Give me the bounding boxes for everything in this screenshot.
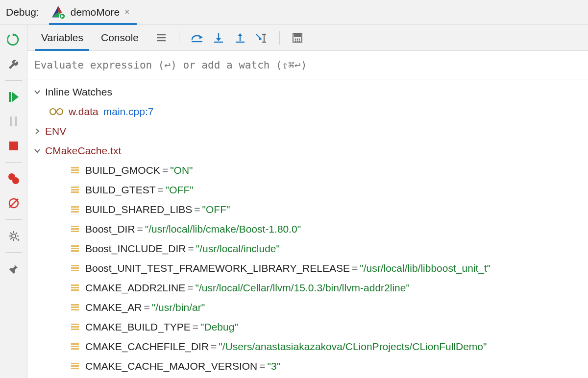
cmake-var-value: ON: [174, 165, 190, 176]
cmake-var-row[interactable]: BUILD_GMOCK = "ON": [27, 161, 588, 180]
show-options-icon[interactable]: [154, 31, 168, 45]
resume-button[interactable]: [5, 89, 22, 105]
svg-line-21: [10, 233, 12, 234]
list-icon: [71, 264, 79, 273]
list-icon: [71, 166, 79, 175]
chevron-down-icon[interactable]: [32, 147, 42, 154]
separator: [279, 31, 280, 45]
cmake-var-value: Debug: [204, 321, 234, 333]
watch-name: w.data: [69, 106, 98, 118]
pause-button[interactable]: [5, 113, 22, 130]
list-icon: [71, 362, 79, 371]
svg-rect-83: [71, 365, 79, 367]
wrench-icon[interactable]: [5, 56, 22, 72]
tab-console[interactable]: Console: [92, 24, 147, 50]
cmake-var-value: /usr/local/Cellar/llvm/15.0.3/bin/llvm-a…: [199, 282, 406, 294]
svg-point-45: [299, 38, 300, 40]
svg-rect-7: [9, 92, 11, 102]
env-node[interactable]: ENV: [27, 121, 588, 141]
chevron-right-icon[interactable]: [32, 128, 42, 135]
cmake-var-row[interactable]: BUILD_GTEST = "OFF": [27, 180, 588, 200]
equals-sign: =: [187, 282, 193, 294]
evaluate-expression-input[interactable]: [33, 59, 588, 71]
svg-line-24: [16, 233, 17, 234]
cmake-var-key: BUILD_SHARED_LIBS: [85, 204, 192, 215]
equals-sign: =: [144, 302, 150, 313]
debug-header: Debug: demoMore ×: [0, 0, 588, 24]
step-into-icon[interactable]: [212, 31, 225, 45]
svg-rect-53: [71, 169, 79, 171]
svg-point-47: [297, 40, 298, 42]
list-icon: [71, 244, 79, 253]
run-to-cursor-icon[interactable]: [255, 31, 269, 45]
cmake-var-key: Boost_UNIT_TEST_FRAMEWORK_LIBRARY_RELEAS…: [85, 262, 350, 274]
step-over-icon[interactable]: [190, 31, 204, 45]
svg-rect-74: [71, 307, 79, 308]
tab-active-indicator: [35, 49, 89, 51]
svg-point-50: [57, 109, 63, 115]
cmake-var-value: /usr/local/lib/libboost_unit_t: [364, 262, 487, 274]
svg-rect-55: [71, 187, 79, 188]
pin-button[interactable]: [5, 260, 22, 277]
stop-button[interactable]: [5, 138, 22, 154]
close-icon[interactable]: ×: [124, 7, 130, 17]
list-icon: [71, 303, 79, 312]
debug-tab-demomore[interactable]: demoMore ×: [49, 0, 137, 24]
svg-rect-84: [71, 368, 79, 369]
cmake-var-row[interactable]: CMAKE_ADDR2LINE = "/usr/local/Cellar/llv…: [27, 278, 588, 298]
svg-point-13: [12, 177, 19, 184]
svg-rect-81: [71, 348, 79, 350]
tab-variables[interactable]: Variables: [32, 24, 92, 50]
cmake-var-row[interactable]: Boost_INCLUDE_DIR = "/usr/local/include": [27, 239, 588, 259]
svg-rect-70: [71, 284, 79, 286]
variables-tree: Inline Watches w.data main.cpp:7 ENV CMa…: [27, 79, 588, 378]
settings-button[interactable]: [5, 228, 22, 244]
mute-breakpoints-button[interactable]: [5, 195, 22, 212]
equals-sign: =: [162, 165, 168, 176]
cmake-var-value: /Users/anastasiakazakova/CLionProjects/C…: [222, 341, 483, 353]
view-breakpoints-button[interactable]: [5, 170, 22, 187]
svg-point-49: [50, 109, 56, 115]
svg-rect-61: [71, 226, 79, 227]
cmake-var-key: CMAKE_BUILD_TYPE: [85, 321, 191, 333]
separator: [5, 80, 22, 81]
list-icon: [71, 342, 79, 351]
cmake-var-row[interactable]: CMAKE_CACHE_MAJOR_VERSION = "3": [27, 356, 588, 376]
cmake-var-row[interactable]: Boost_DIR = "/usr/local/lib/cmake/Boost-…: [27, 219, 588, 239]
rerun-button[interactable]: [5, 31, 22, 48]
step-out-icon[interactable]: [233, 31, 247, 45]
equals-sign: =: [352, 262, 358, 274]
separator: [5, 162, 22, 163]
cmake-var-key: CMAKE_CACHE_MAJOR_VERSION: [85, 360, 257, 372]
cmake-var-key: Boost_DIR: [85, 223, 135, 235]
svg-marker-37: [259, 37, 262, 40]
inline-watches-node[interactable]: Inline Watches: [27, 82, 588, 102]
debug-side-toolbar: [0, 24, 27, 378]
svg-rect-52: [71, 167, 79, 168]
svg-marker-35: [238, 33, 243, 36]
svg-rect-73: [71, 304, 79, 306]
svg-point-46: [295, 40, 296, 42]
cmake-var-key: CMAKE_CACHEFILE_DIR: [85, 341, 209, 353]
cmake-var-row[interactable]: CMAKE_BUILD_TYPE = "Debug": [27, 317, 588, 337]
svg-rect-54: [71, 172, 79, 173]
svg-rect-65: [71, 248, 79, 249]
cmake-var-row[interactable]: BUILD_SHARED_LIBS = "OFF": [27, 200, 588, 219]
chevron-down-icon[interactable]: [32, 89, 42, 95]
evaluate-expression-icon[interactable]: [291, 31, 304, 45]
equals-sign: =: [259, 360, 265, 372]
list-icon: [71, 186, 79, 194]
watch-row[interactable]: w.data main.cpp:7: [27, 102, 588, 121]
cmake-var-row[interactable]: CMAKE_CACHEFILE_DIR = "/Users/anastasiak…: [27, 337, 588, 356]
svg-rect-66: [71, 250, 79, 252]
cmake-var-key: BUILD_GTEST: [85, 184, 156, 196]
svg-rect-78: [71, 329, 79, 330]
svg-rect-69: [71, 270, 79, 271]
cmake-var-row[interactable]: Boost_UNIT_TEST_FRAMEWORK_LIBRARY_RELEAS…: [27, 259, 588, 278]
cmakecache-node[interactable]: CMakeCache.txt: [27, 141, 588, 161]
svg-rect-68: [71, 267, 79, 269]
cmake-var-row[interactable]: CMAKE_AR = "/usr/bin/ar": [27, 298, 588, 317]
cmake-var-value: OFF: [169, 184, 190, 196]
svg-rect-75: [71, 309, 79, 310]
cmake-var-value: OFF: [206, 204, 226, 215]
